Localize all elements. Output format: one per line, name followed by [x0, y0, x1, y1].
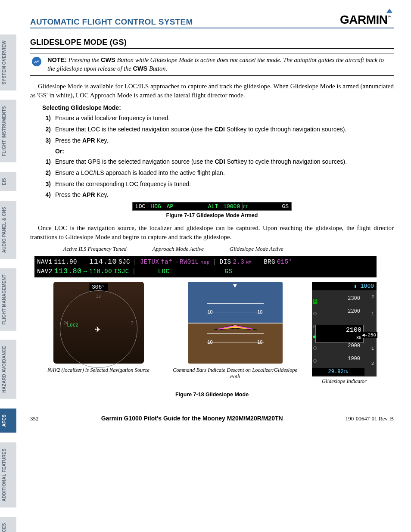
garmin-delta-icon	[386, 9, 392, 13]
section-title: GLIDESLOPE MODE (GS)	[30, 38, 394, 49]
altitude-tape: ▮ 1000 G ◆ 2300 2200 210080 ◀-250 2000 1…	[312, 282, 377, 376]
selected-altitude: ▮ 1000	[312, 282, 377, 290]
step-1a: Ensure a valid localizer frequency is tu…	[55, 114, 394, 122]
hsi-nav-source: LOC2	[67, 323, 78, 328]
tab-system-overview[interactable]: SYSTEM OVERVIEW	[0, 34, 16, 90]
fma-strip: LOC HDG AP ALT 10000FT GS	[132, 202, 292, 211]
attitude-indicator: 10 10 10 10 ▼	[188, 282, 283, 364]
callout-row: Active ILS Frequency Tuned Approach Mode…	[30, 246, 394, 252]
note-icon	[32, 57, 41, 66]
page-number: 352	[30, 415, 39, 422]
current-altitude: 210080	[315, 325, 364, 343]
paragraph-2: Once LOC is the navigation source, the l…	[30, 224, 394, 242]
vs-deviation: ◀-250	[361, 332, 377, 338]
procedure-heading: Selecting Glideslope Mode:	[42, 104, 394, 111]
garmin-logo: GARMIN™	[340, 13, 394, 27]
callout-gs-mode: Glideslope Mode Active	[230, 246, 283, 252]
step-1b: Ensure that GPS is the selected navigati…	[55, 158, 394, 166]
figure-7-18-caption: Figure 7-18 Glideslope Mode	[30, 392, 394, 398]
baro-setting: 29.92IN	[312, 368, 364, 376]
page-header: AUTOMATIC FLIGHT CONTROL SYSTEM GARMIN™	[30, 13, 394, 28]
doc-revision: 190-00647-01 Rev. B	[346, 415, 394, 422]
sidebar-tabs: SYSTEM OVERVIEW FLIGHT INSTRUMENTS EIS A…	[0, 34, 21, 532]
step-3a: Press the APR Key.	[55, 137, 394, 145]
tab-audio-panel[interactable]: AUDIO PANEL & CNS	[0, 201, 16, 259]
paragraph-intro: Glideslope Mode is available for LOC/ILS…	[30, 82, 394, 100]
procedure-steps-b: 1)Ensure that GPS is the selected naviga…	[42, 158, 394, 199]
aircraft-icon: ✈	[94, 325, 101, 334]
adi-caption: Command Bars Indicate Descent on Localiz…	[171, 367, 299, 380]
alt-caption: Glideslope Indicator	[308, 378, 381, 385]
tab-flight-instruments[interactable]: FLIGHT INSTRUMENTS	[0, 100, 16, 162]
hsi-caption: NAV2 (localizer) is Selected Navigation …	[34, 367, 162, 373]
pfd-header-strip: NAV1 111.90 114.10 SJC | JETUX faf → RW0…	[34, 256, 377, 277]
command-bars-icon	[209, 321, 261, 336]
step-3b: Ensure the corresponding LOC frequency i…	[55, 180, 394, 188]
callout-apr-mode: Approach Mode Active	[153, 246, 204, 252]
tab-flight-mgmt[interactable]: FLIGHT MANAGEMENT	[0, 268, 16, 331]
procedure-steps-a: 1)Ensure a valid localizer frequency is …	[42, 114, 394, 145]
header-title: AUTOMATIC FLIGHT CONTROL SYSTEM	[30, 17, 193, 27]
or-separator: Or:	[55, 148, 394, 155]
step-2a: Ensure that LOC is the selected navigati…	[55, 125, 394, 134]
roll-pointer-icon: ▼	[232, 283, 238, 289]
tab-hazard[interactable]: HAZARD AVOIDANCE	[0, 340, 16, 399]
figure-7-17-caption: Figure 7-17 Glideslope Mode Armed	[30, 212, 394, 218]
footer-title: Garmin G1000 Pilot's Guide for the Moone…	[101, 415, 283, 422]
step-2b: Ensure a LOC/ILS approach is loaded into…	[55, 169, 394, 177]
tab-appendices[interactable]: APPENDICES	[0, 517, 16, 532]
tab-additional[interactable]: ADDITIONAL FEATURES	[0, 442, 16, 507]
callout-ils-freq: Active ILS Frequency Tuned	[63, 246, 127, 252]
page-footer: 352 Garmin G1000 Pilot's Guide for the M…	[30, 415, 394, 422]
instrument-row: 306° LOC2 ✈ 33 24 3 NAV2 (localizer) is …	[34, 282, 381, 385]
tab-eis[interactable]: EIS	[0, 172, 16, 191]
hsi-display: 306° LOC2 ✈ 33 24 3	[53, 282, 144, 364]
hsi-heading: 306°	[89, 283, 108, 291]
note-box: NOTE: Pressing the CWS Button while Glid…	[30, 53, 394, 76]
tab-afcs[interactable]: AFCS	[0, 408, 16, 432]
gs-marker-icon: G	[313, 299, 317, 304]
step-4b: Press the APR Key.	[55, 191, 394, 199]
